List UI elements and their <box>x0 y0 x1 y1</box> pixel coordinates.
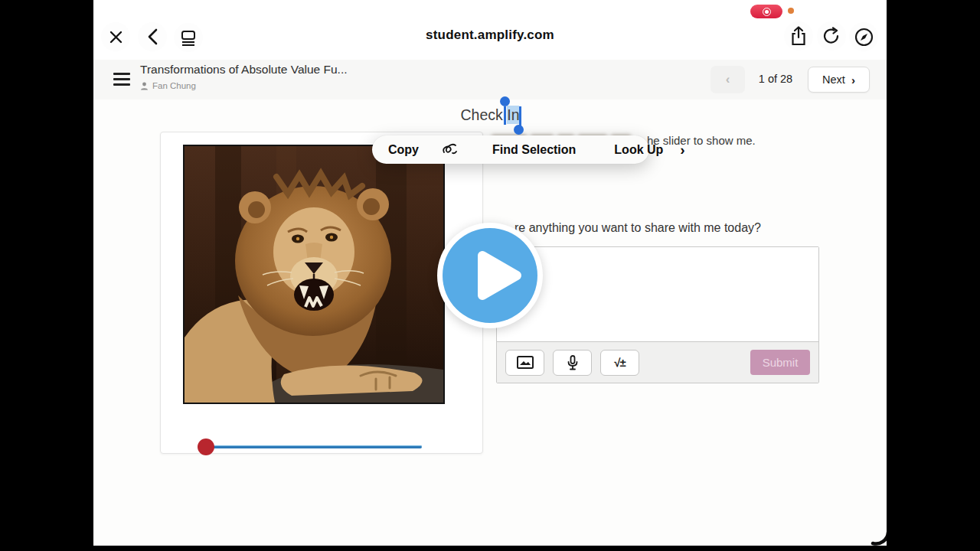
record-icon <box>763 8 771 16</box>
play-button-circle <box>443 228 537 323</box>
text-selection-context-menu: Copy Find Selection Look Up › <box>372 135 649 164</box>
lion-illustration <box>185 146 443 403</box>
author-name: Fan Chung <box>152 81 196 90</box>
mic-active-dot-icon <box>788 8 794 14</box>
copy-menu-item[interactable]: Copy <box>388 143 419 157</box>
lion-image <box>183 145 445 404</box>
video-progress-track[interactable] <box>206 445 422 448</box>
person-icon <box>140 82 149 90</box>
browser-toolbar: student.amplify.com <box>93 0 887 60</box>
insert-math-button[interactable]: √± <box>600 350 639 376</box>
image-icon <box>517 356 534 369</box>
heading-text: Check <box>461 106 508 123</box>
submit-button[interactable]: Submit <box>750 350 810 375</box>
share-icon <box>790 26 807 46</box>
find-selection-menu-item[interactable]: Find Selection <box>492 143 576 157</box>
play-video-button[interactable] <box>437 223 543 328</box>
share-button[interactable] <box>784 21 813 51</box>
chevron-right-icon: › <box>851 73 855 86</box>
next-label: Next <box>822 73 845 86</box>
previous-page-button[interactable]: ‹ <box>710 66 745 93</box>
address-bar[interactable]: student.amplify.com <box>93 28 887 43</box>
selection-bar-start <box>504 106 506 125</box>
selection-bar-end <box>519 106 521 127</box>
microphone-icon <box>567 355 578 370</box>
page-title: Check In <box>93 106 887 124</box>
math-icon: √± <box>614 356 625 369</box>
answer-box: √± Submit <box>496 246 819 383</box>
author-row: Fan Chung <box>140 81 196 90</box>
screen-recording-indicator[interactable] <box>750 5 782 18</box>
video-progress-knob[interactable] <box>198 439 214 455</box>
menu-button[interactable] <box>113 73 130 86</box>
reload-button[interactable] <box>817 21 846 51</box>
chevron-left-icon: ‹ <box>726 72 730 87</box>
menu-more-chevron-icon[interactable]: › <box>680 142 684 158</box>
writing-tools-menu-item[interactable] <box>442 141 459 159</box>
question-text: re anything you want to share with me to… <box>514 221 761 235</box>
look-up-menu-item[interactable]: Look Up <box>614 143 663 157</box>
selected-text[interactable]: In <box>507 106 519 124</box>
selection-handle-end[interactable] <box>514 125 524 135</box>
reload-icon <box>822 27 841 45</box>
compass-icon <box>854 28 874 47</box>
play-icon <box>443 228 537 323</box>
record-audio-button[interactable] <box>553 350 592 376</box>
next-page-button[interactable]: Next › <box>808 67 870 93</box>
insert-image-button[interactable] <box>505 350 544 376</box>
lesson-title: Transformations of Absolute Value Fu... <box>140 63 348 77</box>
answer-toolbar: √± Submit <box>497 341 818 383</box>
media-card <box>160 132 483 454</box>
safari-app-window: student.amplify.com Transf <box>93 0 887 546</box>
spinner-icon <box>858 520 887 546</box>
scribble-icon <box>442 141 459 156</box>
extensions-button[interactable] <box>849 22 878 51</box>
answer-input[interactable] <box>497 247 818 338</box>
selection-handle-start[interactable] <box>500 96 510 106</box>
page-indicator: 1 of 28 <box>745 73 806 85</box>
